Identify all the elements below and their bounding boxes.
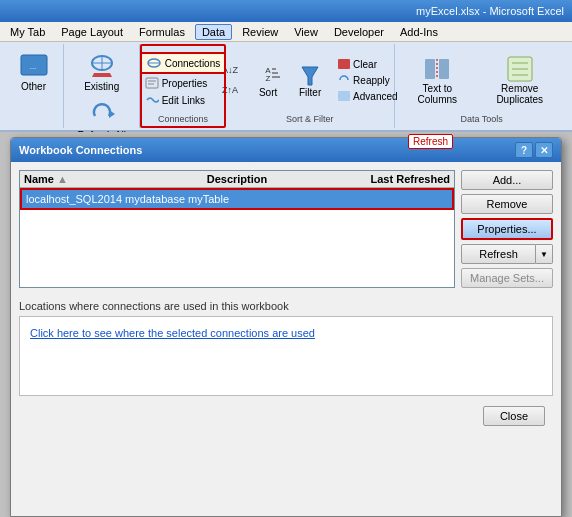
- texttocol-label: Text to Columns: [408, 83, 466, 105]
- connections-btn-label: Connections: [165, 58, 221, 69]
- col-header-desc: Description: [166, 173, 308, 185]
- side-buttons: Add... Remove Properties... Refresh ▼ Ma…: [461, 170, 553, 288]
- menu-mytab[interactable]: My Tab: [4, 25, 51, 39]
- conn-row-name: localhost_SQL2014 mydatabase myTable: [26, 193, 229, 205]
- ribbon-btn-sort[interactable]: A Z Sort: [249, 58, 287, 103]
- ribbon-btn-reapply[interactable]: Reapply: [333, 73, 402, 88]
- ribbon-btn-connections[interactable]: Connections: [140, 52, 227, 74]
- svg-rect-19: [338, 59, 350, 69]
- connections-group-label: Connections: [158, 112, 208, 124]
- col-header-name: Name ▲: [24, 173, 166, 185]
- svg-text:Z: Z: [266, 74, 271, 83]
- locations-title: Locations where connections are used in …: [19, 300, 553, 312]
- connections-icon-small: [146, 56, 162, 70]
- existingconn-label: Existing: [84, 81, 119, 92]
- refresh-dropdown-btn[interactable]: ▼: [536, 244, 553, 264]
- ribbon-btn-other[interactable]: ... Other: [12, 48, 56, 97]
- svg-rect-8: [146, 78, 158, 88]
- sort-label: Sort: [259, 87, 277, 98]
- svg-marker-5: [109, 110, 115, 118]
- menu-view[interactable]: View: [288, 25, 324, 39]
- reapply-label: Reapply: [353, 75, 390, 86]
- dialog-close-btn[interactable]: ✕: [535, 142, 553, 158]
- table-section: Name ▲ Description Last Refreshed localh…: [19, 170, 553, 288]
- ribbon-group-other: ... Other: [4, 44, 64, 128]
- refreshall-icon: [87, 102, 117, 130]
- filter-icon: [298, 63, 322, 87]
- remove-btn[interactable]: Remove: [461, 194, 553, 214]
- menu-addins[interactable]: Add-Ins: [394, 25, 444, 39]
- col-header-refreshed: Last Refreshed: [308, 173, 450, 185]
- texttocol-icon: [423, 55, 451, 83]
- menu-bar: My Tab Page Layout Formulas Data Review …: [0, 22, 572, 42]
- editlinks-btn-label: Edit Links: [162, 95, 205, 106]
- conn-table-header: Name ▲ Description Last Refreshed: [20, 171, 454, 188]
- title-text: myExcel.xlsx - Microsoft Excel: [416, 5, 564, 17]
- refresh-btn[interactable]: Refresh: [461, 244, 536, 264]
- conn-table-wrapper: Name ▲ Description Last Refreshed localh…: [19, 170, 455, 288]
- svg-marker-18: [302, 67, 318, 85]
- ribbon-btn-properties[interactable]: Properties: [140, 75, 227, 91]
- existingconn-icon: [87, 53, 117, 81]
- menu-data[interactable]: Data: [195, 24, 232, 40]
- sortfilter-group-label: Sort & Filter: [286, 112, 334, 124]
- advanced-icon: [338, 91, 350, 101]
- datatools-group-label: Data Tools: [460, 112, 502, 124]
- locations-content: Click here to see where the selected con…: [19, 316, 553, 396]
- title-bar: myExcel.xlsx - Microsoft Excel: [0, 0, 572, 22]
- ribbon-group-connections: Connections Properties Edit Links Connec…: [140, 44, 225, 128]
- menu-formulas[interactable]: Formulas: [133, 25, 191, 39]
- locations-click-text[interactable]: Click here to see where the selected con…: [26, 323, 546, 343]
- dialog-help-btn[interactable]: ?: [515, 142, 533, 158]
- ribbon-btn-advanced[interactable]: Advanced: [333, 89, 402, 104]
- menu-pagelayout[interactable]: Page Layout: [55, 25, 129, 39]
- dialog-title-buttons: ? ✕: [515, 142, 553, 158]
- properties-dialog-btn[interactable]: Properties...: [461, 218, 553, 240]
- main-area: Workbook Connections ? ✕ Name ▲ Descript…: [0, 132, 572, 517]
- ribbon-btn-editlinks[interactable]: Edit Links: [140, 92, 227, 108]
- ribbon: ... Other Existing Refresh All ▼: [0, 42, 572, 132]
- clear-icon: [338, 59, 350, 69]
- refresh-annotation: Refresh: [408, 134, 453, 149]
- refresh-group: Refresh ▼: [461, 244, 553, 264]
- manage-sets-btn[interactable]: Manage Sets...: [461, 268, 553, 288]
- close-button[interactable]: Close: [483, 406, 545, 426]
- filter-label: Filter: [299, 87, 321, 98]
- sort-icon: A Z: [256, 63, 280, 87]
- dialog-footer: Close: [19, 402, 553, 430]
- conn-row-0[interactable]: localhost_SQL2014 mydatabase myTable: [20, 188, 454, 210]
- ribbon-btn-filter[interactable]: Filter: [291, 58, 329, 103]
- menu-review[interactable]: Review: [236, 25, 284, 39]
- ribbon-btn-existingconn[interactable]: Existing: [77, 48, 126, 97]
- advanced-label: Advanced: [353, 91, 397, 102]
- reapply-icon: [338, 75, 350, 85]
- dialog-title: Workbook Connections: [19, 144, 142, 156]
- svg-rect-20: [338, 91, 350, 101]
- ribbon-group-sortfilter: A↓Z Z↑A A Z Sort: [226, 44, 396, 128]
- menu-developer[interactable]: Developer: [328, 25, 390, 39]
- svg-text:...: ...: [29, 62, 36, 71]
- ribbon-btn-removedup[interactable]: Remove Duplicates: [477, 50, 562, 110]
- dialog-body: Name ▲ Description Last Refreshed localh…: [11, 162, 561, 438]
- refresh-annotation-text: Refresh: [413, 136, 448, 147]
- removedup-label: Remove Duplicates: [484, 83, 555, 105]
- other-label: Other: [21, 81, 46, 92]
- properties-btn-label: Properties: [162, 78, 208, 89]
- properties-icon: [145, 77, 159, 89]
- ribbon-btn-texttocol[interactable]: Text to Columns: [401, 50, 473, 110]
- locations-section: Locations where connections are used in …: [19, 300, 553, 396]
- clear-label: Clear: [353, 59, 377, 70]
- ribbon-btn-clear[interactable]: Clear: [333, 57, 402, 72]
- editlinks-icon: [145, 94, 159, 106]
- svg-rect-21: [425, 59, 435, 79]
- removedup-icon: [506, 55, 534, 83]
- add-btn[interactable]: Add...: [461, 170, 553, 190]
- other-icon: ...: [19, 53, 49, 81]
- ribbon-group-datatools: Text to Columns Remove Duplicates Data T…: [395, 44, 568, 128]
- svg-rect-22: [439, 59, 449, 79]
- ribbon-group-existingconn: Existing Refresh All ▼: [64, 44, 140, 128]
- dialog-titlebar: Workbook Connections ? ✕: [11, 138, 561, 162]
- workbook-connections-dialog: Workbook Connections ? ✕ Name ▲ Descript…: [10, 137, 562, 517]
